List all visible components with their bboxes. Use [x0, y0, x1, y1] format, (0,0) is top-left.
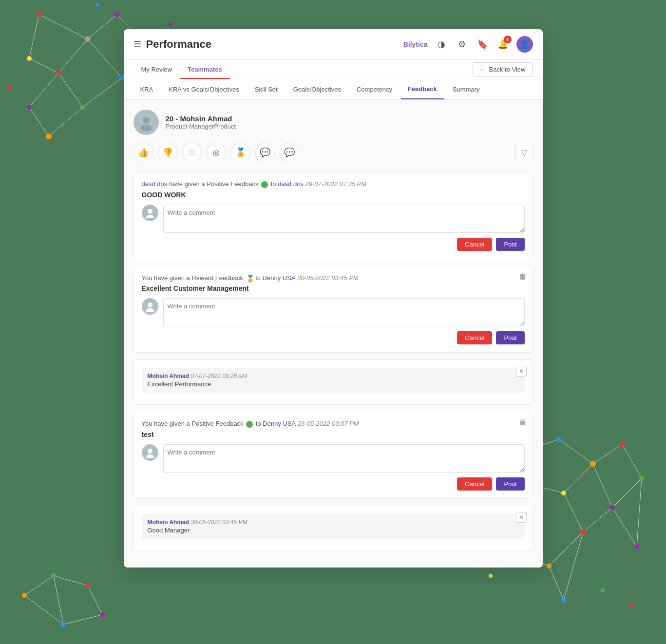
svg-line-70 [54, 576, 63, 625]
employee-header: 20 - Mohsin Ahmad Product ManagerProduct [133, 110, 533, 135]
back-to-view-button[interactable]: ← Back to View [473, 62, 533, 76]
sc3-text: Excellent Performance [148, 380, 519, 388]
svg-line-35 [612, 478, 642, 508]
svg-point-72 [51, 573, 56, 578]
subnav-teammates[interactable]: Teammates [180, 60, 230, 79]
feedback-meta-1: dasd dos have given a Positive Feedback … [142, 180, 525, 188]
comment-textarea-1[interactable] [163, 205, 525, 233]
commenter-avatar-1 [142, 205, 158, 221]
cancel-btn-2[interactable]: Cancel [457, 331, 492, 344]
svg-point-52 [620, 442, 625, 447]
employee-info: 20 - Mohsin Ahmad Product ManagerProduct [166, 114, 236, 130]
comment-box-4: Cancel Post [163, 444, 525, 491]
cancel-btn-4[interactable]: Cancel [457, 477, 492, 491]
employee-name: 20 - Mohsin Ahmad [166, 114, 236, 123]
fb4-dot [246, 421, 253, 428]
svg-point-61 [561, 598, 566, 603]
fb2-receiver[interactable]: Denny USA [263, 274, 296, 282]
filter-negative-btn[interactable]: 👎 [158, 143, 177, 162]
tab-summary[interactable]: Summary [446, 80, 487, 99]
svg-point-17 [85, 36, 91, 42]
svg-point-74 [100, 612, 105, 617]
svg-line-67 [88, 586, 102, 615]
tab-goals-objectives[interactable]: Goals/Objectives [286, 80, 348, 99]
tab-competency[interactable]: Competency [350, 80, 399, 99]
menu-icon[interactable]: ☰ [133, 39, 141, 50]
tab-feedback[interactable]: Feedback [401, 79, 444, 99]
svg-line-0 [39, 15, 88, 39]
comment-row-1: Cancel Post [142, 205, 525, 251]
close-btn-3[interactable]: ✕ [516, 366, 527, 377]
notification-badge: 0 [504, 36, 512, 43]
trash-btn-2[interactable]: 🗑 [519, 272, 527, 281]
fb4-receiver[interactable]: Denny USA [263, 420, 296, 427]
filter-star-btn[interactable]: ☆ [182, 143, 202, 162]
app-header: ☰ Performance Bilytica ◑ ⚙ 🔖 🔔 0 👤 [124, 29, 543, 60]
svg-point-55 [561, 491, 566, 495]
svg-point-78 [148, 209, 152, 214]
fb1-receiver[interactable]: dasd dos [278, 180, 304, 188]
filter-reward-btn[interactable]: 🏅 [231, 143, 250, 162]
post-btn-4[interactable]: Post [496, 477, 524, 491]
comment-textarea-2[interactable] [163, 298, 525, 326]
post-btn-2[interactable]: Post [496, 331, 524, 344]
sc5-date: 30-05-2022 03:45 PM [190, 519, 247, 526]
main-content: 20 - Mohsin Ahmad Product ManagerProduct… [124, 100, 543, 568]
svg-line-37 [564, 464, 593, 493]
comment-box-1: Cancel Post [163, 205, 525, 251]
cancel-btn-1[interactable]: Cancel [457, 238, 492, 251]
svg-line-46 [637, 478, 642, 547]
feedback-item-1: dasd dos have given a Positive Feedback … [133, 172, 533, 259]
svg-line-48 [564, 532, 583, 600]
comment-actions-1: Cancel Post [163, 238, 525, 251]
svg-line-36 [593, 464, 612, 508]
funnel-icon: ▽ [521, 148, 527, 157]
svg-line-1 [88, 15, 117, 39]
filter-chat2-btn[interactable]: 💬 [280, 143, 299, 162]
post-btn-1[interactable]: Post [496, 238, 524, 251]
tab-kra[interactable]: KRA [133, 80, 160, 99]
filter-watch-btn[interactable]: ◎ [207, 143, 226, 162]
svg-point-73 [85, 583, 90, 588]
svg-line-42 [549, 532, 583, 566]
chart-icon[interactable]: ◑ [435, 38, 448, 51]
fb1-text: GOOD WORK [142, 191, 525, 199]
employee-avatar [133, 110, 159, 135]
svg-point-83 [146, 455, 154, 458]
svg-line-4 [88, 39, 122, 78]
feedback-item-2: 🗑 You have given a Reward Feedback 🏅 to … [133, 266, 533, 353]
filter-positive-btn[interactable]: 👍 [133, 143, 153, 162]
svg-line-32 [559, 439, 593, 464]
back-arrow-icon: ← [480, 66, 486, 73]
fb1-sender[interactable]: dasd dos [142, 180, 168, 188]
sub-navigation: My Review Teammates ← Back to View [124, 60, 543, 79]
fb2-dot: 🏅 [246, 275, 253, 282]
svg-point-22 [27, 56, 32, 61]
settings-icon[interactable]: ⚙ [455, 38, 469, 51]
bookmark-icon[interactable]: 🔖 [476, 38, 489, 51]
commenter-avatar-4 [142, 444, 158, 461]
subnav-my-review[interactable]: My Review [133, 60, 180, 79]
fb2-text: Excellent Customer Management [142, 284, 525, 292]
fb2-sender[interactable]: You [142, 274, 152, 282]
svg-line-45 [612, 508, 637, 547]
comment-actions-4: Cancel Post [163, 477, 525, 491]
filter-chat1-btn[interactable]: 💬 [255, 143, 275, 162]
feedback-item-4: 🗑 You have given a Positive Feedback to … [133, 412, 533, 499]
tab-skill-set[interactable]: Skill Set [248, 80, 285, 99]
filter-funnel-button[interactable]: ▽ [515, 144, 533, 161]
svg-line-10 [49, 107, 83, 136]
user-avatar[interactable]: 👤 [516, 36, 533, 53]
fb4-sender[interactable]: You [142, 420, 152, 427]
svg-point-23 [80, 105, 85, 110]
trash-btn-4[interactable]: 🗑 [519, 418, 527, 427]
tab-kra-goals[interactable]: KRA vs Goals/Objectives [162, 80, 246, 99]
svg-line-47 [549, 566, 564, 600]
comment-textarea-4[interactable] [163, 444, 525, 473]
svg-line-6 [29, 58, 58, 73]
svg-point-24 [46, 133, 52, 139]
sc5-sender: Mohsin Ahmad [148, 519, 190, 526]
close-btn-5[interactable]: ✕ [516, 512, 527, 523]
svg-point-18 [114, 12, 119, 17]
svg-line-66 [54, 576, 88, 586]
